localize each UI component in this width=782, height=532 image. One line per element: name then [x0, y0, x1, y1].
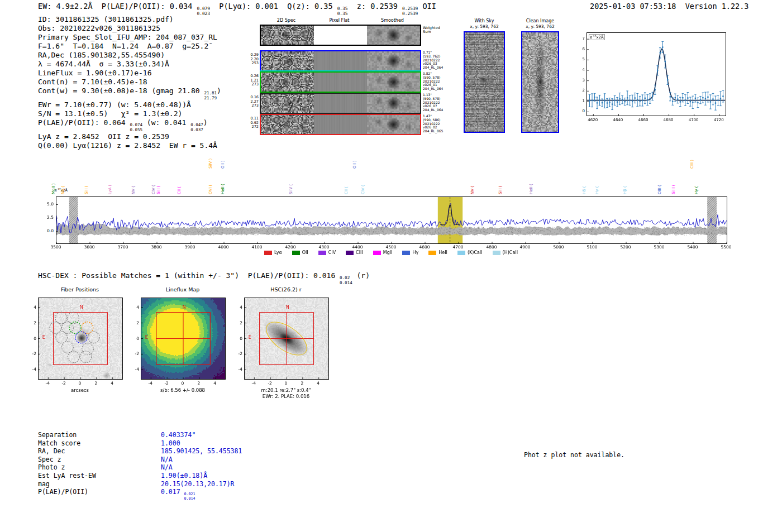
x-tick-label: 5200 [617, 245, 634, 250]
x-tick-label: 4640 [611, 118, 625, 122]
cutout-row-weights: 0.292.20253 [244, 53, 259, 66]
cutout-row-id: 1.13"(590, 578)20210222v026_07204_RL_064 [423, 93, 450, 112]
x-tick-label: 0 [75, 381, 84, 386]
legend-item: Hγ [402, 250, 418, 255]
y-tick-label: 0 [233, 336, 242, 341]
emission-line-label: CIV ( [361, 185, 366, 194]
y-tick-label: -4 [27, 367, 36, 372]
spectrum-frame [56, 196, 727, 244]
x-tick-label: 4200 [282, 245, 299, 250]
match-table-value: 20.15(20.13,20.17)R [161, 480, 235, 488]
match-table-row: Spec zN/A [38, 456, 242, 464]
emission-line-label: OII ) [352, 160, 357, 169]
match-table-label: mag [38, 480, 161, 488]
compass-east-label: E [145, 335, 148, 340]
clean-image-frame [521, 31, 559, 133]
y-tick-label: 0 [581, 109, 585, 113]
cutout-row [260, 114, 421, 135]
legend-label: CIV [328, 250, 336, 255]
match-table-label: Photo z [38, 463, 161, 472]
cutout-row-weights: 0.110.92272 [244, 117, 259, 130]
panel-frame: NE [38, 298, 123, 380]
info-line: RA,Dec (185.901382,55.455490) [38, 51, 221, 60]
panel-frame: NE [141, 298, 226, 380]
emission-line-label: SiII ( [84, 186, 89, 194]
emission-line-label: SiII ( [498, 186, 503, 194]
info-line: Obs: 20210222v026_3011861325 [38, 24, 221, 33]
legend-label: Lyα [274, 250, 282, 255]
x-tick-label: 5400 [684, 245, 701, 250]
x-tick-label: 5300 [651, 245, 667, 250]
legend-item: MgII [373, 250, 393, 255]
smoothed-image [367, 51, 420, 70]
header-date-version: 2025-01-03 07:53:18 Version 1.22.3 [590, 2, 748, 11]
gray-fiber-circle [55, 312, 67, 324]
info-line: S/N = 13.1(±0.5) χ² = 1.3(±0.2) [38, 109, 221, 118]
x-tick-label: 2 [92, 381, 101, 386]
x-tick-label: 4300 [316, 245, 332, 250]
match-table-value: 1.000 [161, 439, 180, 448]
y-tick-label: 4 [581, 68, 585, 72]
spectrum-legend: LyαOIICIVCIIIMgIIHγHeII(K)CaII(H)CaII [56, 250, 726, 255]
match-table-row: Est LyA rest-EW1.90(±0.18)Å [38, 472, 242, 480]
legend-swatch [493, 251, 500, 255]
x-tick-label: 4720 [712, 118, 726, 122]
cutout-row-id: 1.43"(590, 586)20210222v026_02204_RL_065 [423, 114, 450, 133]
emission-line-label: HeII ( [529, 184, 534, 194]
gray-fiber-circle [68, 351, 79, 363]
legend-label: (K)CaII [468, 250, 483, 255]
info-line: Cont(n) = 7.10(±0.45)e-18 [38, 78, 221, 87]
compass-east-label: E [249, 335, 251, 340]
y-tick-label: -4 [130, 367, 139, 372]
x-tick-label: 0 [282, 381, 290, 386]
info-line: Q(0.00) Lyα(1216) z = 2.8452 EW r = 5.4Å [38, 141, 221, 150]
pixel-flat-image [314, 94, 367, 113]
cutout-row-weights: 0.162.27273 [244, 95, 259, 108]
legend-swatch [402, 251, 410, 255]
emission-line-label: SiIV ) [208, 159, 213, 169]
panel-xlabel2: EWr: 2. PLAE: 0.016 [244, 394, 328, 399]
legend-label: MgII [383, 250, 393, 255]
x-tick-label: 4 [211, 381, 220, 386]
photz-note: Phot z plot not available. [524, 451, 624, 459]
info-line: λ = 4674.44Å σ = 3.33(±0.34)Å [38, 60, 221, 69]
legend-item: OII [292, 250, 308, 255]
match-table-row: RA, Dec185.901425, 55.455381 [38, 447, 242, 456]
legend-label: Hγ [412, 250, 418, 255]
clean-image [522, 32, 558, 132]
legend-swatch [264, 251, 272, 255]
legend-swatch [346, 251, 354, 255]
match-table-label: Est LyA rest-EW [38, 472, 161, 480]
x-tick-label: 4620 [585, 118, 600, 122]
panel-xlabel: m:20.1 re:2.7" s:0.4" [244, 387, 328, 393]
x-tick-label: -4 [249, 381, 258, 386]
row-divider-cyan [260, 70, 421, 71]
match-table-row: Photo zN/A [38, 463, 242, 472]
emission-line-label: OVI ( [208, 185, 213, 194]
match-table-row: P(LAE)/P(OII)0.017 0.0210.014 [38, 488, 242, 501]
emission-line-label: SiIII ( [671, 184, 676, 194]
match-table-row: Match score1.000 [38, 439, 242, 448]
spec2d-image [261, 73, 314, 92]
smoothed-image [367, 94, 420, 113]
y-tick-label: 3 [581, 78, 585, 83]
spec2d-image [261, 51, 314, 70]
legend-label: (H)CaII [503, 250, 518, 255]
x-tick-label: 4700 [450, 245, 466, 250]
y-tick-label: 2.5 [41, 215, 54, 220]
cutout-row [260, 93, 421, 114]
y-tick-label: -2 [130, 351, 139, 356]
info-line: LineFlux = 1.90(±0.17)e-16 [38, 69, 221, 78]
x-tick-label: -4 [146, 381, 155, 386]
spectrum-canvas [56, 197, 727, 243]
y-tick-label: 2 [233, 320, 242, 325]
emission-line-label: CIV ( [151, 185, 156, 194]
spec2d-image [261, 94, 314, 113]
x-tick-label: -2 [59, 381, 68, 386]
emission-line-label: Hδ ( [582, 186, 587, 194]
match-table-label: RA, Dec [38, 447, 161, 456]
y-tick-label: 4 [27, 305, 36, 310]
y-tick-label: 4 [233, 305, 242, 310]
spec2d-image [261, 26, 314, 45]
y-tick-label: -2 [233, 351, 242, 356]
